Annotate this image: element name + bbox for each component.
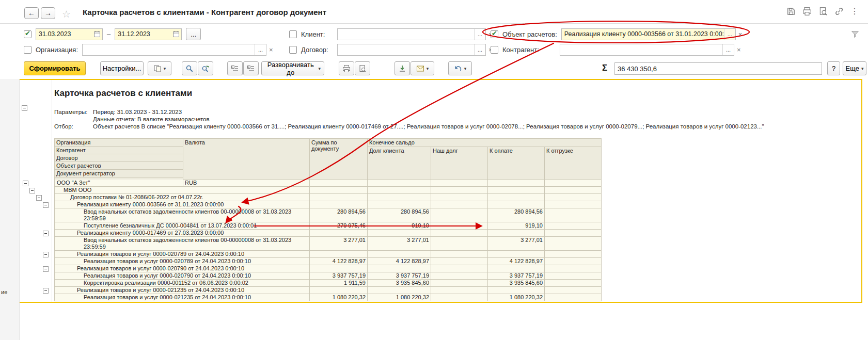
- back-button[interactable]: ←: [24, 7, 39, 19]
- cell-our[interactable]: [431, 258, 488, 265]
- collapse-toggle-icon[interactable]: [43, 288, 49, 294]
- table-row[interactable]: Реализация клиенту 0000-003566 от 31.01.…: [21, 201, 602, 208]
- cell-our[interactable]: [431, 287, 488, 294]
- cell-sum[interactable]: [310, 265, 368, 272]
- table-row[interactable]: Реализация клиенту 0000-017469 от 27.03.…: [21, 230, 602, 237]
- cell-debt[interactable]: 3 937 757,19: [368, 272, 431, 280]
- send-mail-button[interactable]: ▾: [411, 61, 434, 75]
- contract-field[interactable]: ...: [337, 44, 486, 56]
- table-row[interactable]: Ввод начальных остатков задолженности кл…: [21, 237, 602, 251]
- cell-ship[interactable]: [545, 201, 602, 208]
- counterparty-clear-icon[interactable]: ×: [737, 46, 741, 54]
- cell-debt[interactable]: 280 894,56: [368, 208, 431, 222]
- link-icon[interactable]: [834, 7, 844, 16]
- cell-pay[interactable]: 1 080 220,32: [488, 294, 545, 301]
- collapse-toggle-icon[interactable]: [43, 252, 49, 257]
- cell-sum[interactable]: 280 894,56: [310, 208, 368, 222]
- print-preview-button[interactable]: [355, 61, 370, 75]
- more-button[interactable]: Еще ▾: [843, 61, 866, 75]
- print-icon[interactable]: [802, 7, 812, 16]
- cell-sum[interactable]: [310, 201, 368, 208]
- settings-button[interactable]: Настройки...: [100, 61, 144, 75]
- cell-our[interactable]: [431, 251, 488, 258]
- table-row[interactable]: Реализация товаров и услуг 0000-021235 о…: [21, 294, 602, 301]
- settlement-object-clear-icon[interactable]: ×: [738, 30, 743, 38]
- cell-pay[interactable]: 3 935 845,60: [488, 280, 545, 287]
- table-row[interactable]: Реализация товаров и услуг 0000-021235 о…: [21, 287, 602, 294]
- client-select-button[interactable]: ...: [474, 29, 485, 40]
- cell-our[interactable]: [431, 265, 488, 272]
- cell-debt[interactable]: [368, 201, 431, 208]
- cell-ship[interactable]: [545, 265, 602, 272]
- cell-description[interactable]: Реализация товаров и услуг 0000-021235 о…: [54, 294, 310, 301]
- table-row[interactable]: Договор поставки № 01-2086/06-2022 от 04…: [21, 194, 602, 201]
- cell-our[interactable]: [431, 187, 488, 194]
- cell-ship[interactable]: [545, 230, 602, 237]
- period-checkbox[interactable]: [24, 30, 31, 38]
- cell-our[interactable]: [431, 237, 488, 251]
- more-kebab-icon[interactable]: ⋮: [850, 7, 859, 16]
- cell-currency[interactable]: RUB: [183, 180, 310, 187]
- client-field[interactable]: ...: [337, 28, 486, 40]
- collapse-toggle-icon[interactable]: [36, 195, 42, 201]
- cell-sum[interactable]: [310, 230, 368, 237]
- table-row[interactable]: Реализация товаров и услуг 0000-020789 о…: [21, 258, 602, 265]
- cell-ship[interactable]: [545, 294, 602, 301]
- cell-ship[interactable]: [545, 180, 602, 187]
- cell-description[interactable]: Реализация товаров и услуг 0000-021235 о…: [54, 287, 310, 294]
- cell-debt[interactable]: [368, 287, 431, 294]
- cell-description[interactable]: Реализация товаров и услуг 0000-020789 о…: [54, 258, 310, 265]
- cell-our[interactable]: [431, 208, 488, 222]
- cell-pay[interactable]: [488, 287, 545, 294]
- organization-select-button[interactable]: ...: [255, 44, 266, 55]
- cell-debt[interactable]: [368, 180, 431, 187]
- cell-our[interactable]: [431, 222, 488, 230]
- cell-debt[interactable]: [368, 251, 431, 258]
- organization-checkbox[interactable]: [24, 46, 31, 54]
- favorite-star-icon[interactable]: ☆: [62, 8, 71, 20]
- cell-debt[interactable]: 3 277,01: [368, 237, 431, 251]
- table-row[interactable]: Корректировка реализации 0000-001152 от …: [21, 280, 602, 287]
- cell-description[interactable]: Ввод начальных остатков задолженности кл…: [54, 237, 310, 251]
- cell-pay[interactable]: [488, 230, 545, 237]
- cell-ship[interactable]: [545, 237, 602, 251]
- cell-sum[interactable]: 3 277,01: [310, 237, 368, 251]
- cell-sum[interactable]: 1 911,59: [310, 280, 368, 287]
- expand-to-dropdown[interactable]: Разворачивать до ▾: [261, 61, 324, 75]
- calendar-icon[interactable]: [92, 29, 102, 40]
- cell-description[interactable]: Договор поставки № 01-2086/06-2022 от 04…: [54, 194, 310, 201]
- cell-pay[interactable]: [488, 180, 545, 187]
- expand-groups-button[interactable]: [243, 61, 259, 75]
- cell-debt[interactable]: [368, 265, 431, 272]
- cell-ship[interactable]: [545, 251, 602, 258]
- calendar-icon[interactable]: [171, 29, 181, 40]
- cell-our[interactable]: [431, 272, 488, 280]
- cell-description[interactable]: Поступление безналичных ДС 0000-004841 о…: [54, 222, 310, 230]
- preview-icon[interactable]: [818, 7, 828, 16]
- table-row[interactable]: Ввод начальных остатков задолженности кл…: [21, 208, 602, 222]
- cell-our[interactable]: [431, 230, 488, 237]
- cell-pay[interactable]: 280 894,56: [488, 208, 545, 222]
- search-reset-button[interactable]: [198, 61, 213, 75]
- table-row[interactable]: ООО "А Зет"RUB: [21, 180, 602, 187]
- forward-button[interactable]: →: [41, 7, 55, 19]
- cell-sum[interactable]: [310, 251, 368, 258]
- collapse-groups-button[interactable]: [227, 61, 243, 75]
- cell-ship[interactable]: [545, 194, 602, 201]
- cell-description[interactable]: Реализация клиенту 0000-017469 от 27.03.…: [54, 230, 310, 237]
- cell-our[interactable]: [431, 280, 488, 287]
- cell-debt[interactable]: 4 122 828,97: [368, 258, 431, 265]
- cell-pay[interactable]: [488, 194, 545, 201]
- cell-sum[interactable]: [310, 287, 368, 294]
- cell-pay[interactable]: 3 277,01: [488, 237, 545, 251]
- table-row[interactable]: Реализация товаров и услуг 0000-020789 о…: [21, 251, 602, 258]
- contract-select-button[interactable]: ...: [474, 44, 485, 55]
- counterparty-select-button[interactable]: ...: [722, 44, 734, 55]
- table-row[interactable]: Поступление безналичных ДС 0000-004841 о…: [21, 222, 602, 230]
- cell-ship[interactable]: [545, 258, 602, 265]
- table-row[interactable]: Реализация товаров и услуг 0000-020790 о…: [21, 272, 602, 280]
- cell-description[interactable]: Реализация клиенту 0000-003566 от 31.01.…: [54, 201, 310, 208]
- settlement-object-checkbox[interactable]: [491, 30, 498, 38]
- cell-sum[interactable]: [310, 180, 368, 187]
- cell-sum[interactable]: [310, 187, 368, 194]
